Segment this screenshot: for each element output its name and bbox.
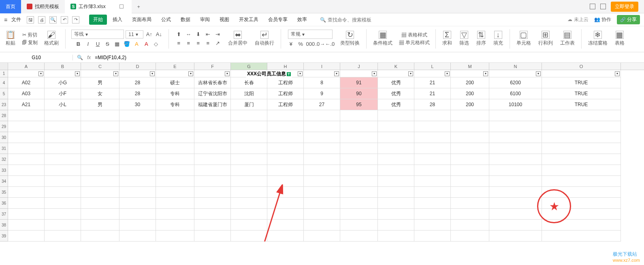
cell[interactable]	[231, 121, 267, 132]
cell[interactable]	[81, 187, 119, 198]
row-header[interactable]: 39	[0, 231, 8, 241]
cell[interactable]: 9	[304, 88, 340, 99]
cell[interactable]	[45, 121, 81, 132]
cell[interactable]	[451, 154, 489, 165]
qat-preview-icon[interactable]: 🔍	[49, 16, 57, 24]
wrap-button[interactable]: ↵自动换行	[252, 31, 277, 47]
filter-dropdown-icon[interactable]: ▾	[38, 71, 43, 76]
row-header[interactable]: 37	[0, 209, 8, 220]
cell[interactable]	[378, 154, 414, 165]
font-shrink-icon[interactable]: A↓	[155, 30, 163, 38]
menu-tab-layout[interactable]: 页面布局	[128, 15, 156, 25]
cell[interactable]: ▾	[194, 70, 231, 77]
filter-dropdown-icon[interactable]: ▾	[445, 71, 450, 76]
cell[interactable]: 辽宁省沈阳市	[194, 88, 231, 99]
filter-button[interactable]: ▽筛选	[457, 31, 471, 47]
cell[interactable]: ▾	[451, 70, 489, 77]
cell[interactable]	[489, 121, 542, 132]
align-bottom-icon[interactable]: ⬇	[194, 30, 202, 38]
cell[interactable]	[451, 176, 489, 187]
underline-button[interactable]: U	[94, 40, 102, 48]
cell[interactable]	[119, 198, 156, 209]
new-tab-button[interactable]: +	[132, 3, 146, 10]
cell[interactable]	[304, 154, 340, 165]
cell[interactable]	[8, 209, 45, 220]
col-header-O[interactable]: O	[542, 63, 621, 70]
cell[interactable]: 男	[81, 77, 119, 88]
menu-tab-start[interactable]: 开始	[89, 15, 107, 25]
cell[interactable]	[378, 165, 414, 176]
col-header-H[interactable]: H	[267, 63, 304, 70]
align-left-icon[interactable]: ≡	[175, 39, 183, 47]
cell[interactable]	[267, 110, 304, 121]
cell[interactable]	[194, 231, 231, 241]
cell[interactable]	[194, 110, 231, 121]
cell[interactable]	[414, 110, 451, 121]
cell[interactable]	[489, 209, 542, 220]
filter-dropdown-icon[interactable]: ▾	[113, 71, 118, 76]
cell[interactable]	[194, 132, 231, 143]
search-input[interactable]	[328, 17, 376, 23]
currency-icon[interactable]: ¥	[287, 40, 295, 48]
col-header-A[interactable]: A	[8, 63, 45, 70]
login-button[interactable]: 立即登录	[611, 2, 638, 12]
row-header[interactable]: 5	[0, 88, 8, 99]
cell[interactable]	[119, 132, 156, 143]
cell[interactable]	[489, 220, 542, 231]
cell[interactable]: 95	[340, 99, 378, 110]
cell[interactable]	[414, 143, 451, 154]
cell[interactable]: 28	[414, 99, 451, 110]
cut-button[interactable]: ✂ 剪切	[22, 32, 37, 38]
cell[interactable]	[156, 220, 194, 231]
cell[interactable]	[231, 231, 267, 241]
cell[interactable]	[304, 187, 340, 198]
cell[interactable]	[81, 110, 119, 121]
cell[interactable]	[81, 143, 119, 154]
cell[interactable]	[414, 231, 451, 241]
cell[interactable]	[81, 154, 119, 165]
cell[interactable]: ▾	[156, 70, 194, 77]
cell[interactable]: 200	[451, 99, 489, 110]
cell[interactable]	[81, 121, 119, 132]
cell[interactable]	[45, 220, 81, 231]
cell[interactable]	[45, 209, 81, 220]
row-header[interactable]: 31	[0, 143, 8, 154]
cell[interactable]	[340, 110, 378, 121]
cell[interactable]	[451, 132, 489, 143]
filter-dropdown-icon[interactable]: ▾	[75, 71, 80, 76]
indent-dec-icon[interactable]: ⇤	[204, 30, 212, 38]
cell[interactable]	[156, 110, 194, 121]
menu-tab-review[interactable]: 审阅	[196, 15, 214, 25]
cell[interactable]: 硕士	[156, 77, 194, 88]
cell[interactable]	[304, 121, 340, 132]
cell[interactable]: 小L	[45, 99, 81, 110]
cell[interactable]	[304, 231, 340, 241]
cell[interactable]	[267, 165, 304, 176]
menu-tab-member[interactable]: 会员专享	[264, 15, 292, 25]
row-header[interactable]: 33	[0, 165, 8, 176]
row-header[interactable]: 29	[0, 121, 8, 132]
cell[interactable]: 8	[304, 77, 340, 88]
name-box[interactable]: G10	[0, 55, 73, 60]
cell[interactable]	[231, 198, 267, 209]
cell[interactable]: 小G	[45, 77, 81, 88]
cell[interactable]	[45, 143, 81, 154]
filter-dropdown-icon[interactable]: ▾	[372, 71, 377, 76]
cell[interactable]	[45, 187, 81, 198]
cell[interactable]	[156, 198, 194, 209]
menu-tab-insert[interactable]: 插入	[109, 15, 126, 25]
cell[interactable]	[231, 110, 267, 121]
cell[interactable]: 90	[340, 88, 378, 99]
cell[interactable]: 91	[340, 77, 378, 88]
cell[interactable]: 吉林省长春市	[194, 77, 231, 88]
cell[interactable]: 工程师	[267, 88, 304, 99]
sum-button[interactable]: Σ求和	[440, 31, 454, 47]
table-tool-button[interactable]: ▦表格	[612, 31, 627, 47]
font-color-button[interactable]: A	[142, 40, 150, 48]
cell[interactable]	[8, 143, 45, 154]
cell[interactable]	[45, 198, 81, 209]
cell[interactable]	[414, 154, 451, 165]
filter-dropdown-icon[interactable]: ▾	[334, 71, 339, 76]
cell-style-button[interactable]: ▦ 单元格样式	[399, 39, 429, 46]
worksheet-button[interactable]: ▤工作表	[558, 31, 577, 47]
